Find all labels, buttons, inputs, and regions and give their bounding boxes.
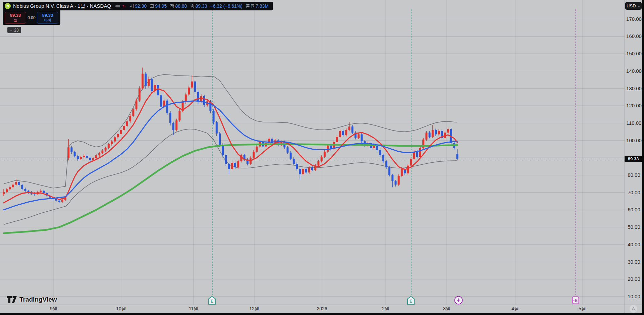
event-marker[interactable]: E	[208, 296, 216, 306]
close-label: 종	[190, 3, 195, 9]
buy-button[interactable]: 89.33 바이	[37, 12, 58, 24]
price-tick-label: 140.00	[625, 68, 643, 74]
price-tick-label: 40.00	[625, 242, 643, 247]
window-right-edge	[642, 0, 644, 315]
event-marker[interactable]	[454, 296, 463, 306]
sell-price: 89.33	[10, 13, 21, 18]
close-value: 89.33	[195, 3, 207, 9]
tradingview-logo-text: TradingView	[19, 296, 57, 303]
symbol-header-bar: N Nebius Group N.V. Class A · 1날 · NASDA…	[3, 2, 273, 10]
lightning-icon	[454, 296, 463, 305]
price-tick-label: 60.00	[625, 207, 643, 212]
price-tick-label: 170.00	[625, 16, 643, 22]
time-tick-label: 2026	[317, 306, 327, 311]
earnings-estimate-icon: E≈	[571, 296, 580, 305]
earnings-icon: E	[407, 296, 415, 305]
time-axis-separator	[0, 305, 642, 305]
window-bottom-edge	[0, 313, 644, 315]
high-value: 94.95	[155, 3, 167, 9]
price-tick-label: 20.00	[625, 276, 643, 282]
tradingview-chart-window: { "header": { "logo_letter": "N", "title…	[0, 0, 644, 315]
buy-price: 89.33	[42, 13, 53, 18]
open-value: 92.30	[135, 3, 147, 9]
low-value: 88.80	[175, 3, 187, 9]
price-tick-label: 150.00	[625, 51, 643, 56]
buy-label: 바이	[44, 18, 51, 22]
event-marker[interactable]: E	[407, 296, 415, 306]
sell-label: 셀	[14, 18, 17, 22]
price-tick-label: 160.00	[625, 33, 643, 39]
price-tick-label: 120.00	[625, 103, 643, 108]
time-tick-label: 4월	[512, 306, 519, 312]
open-label: 시	[129, 3, 134, 9]
spread-value: 0.00	[28, 15, 35, 20]
price-tick-label: 130.00	[625, 86, 643, 91]
earnings-soon-icon: ≈	[122, 3, 125, 9]
sell-button[interactable]: 89.33 셀	[5, 12, 26, 24]
symbol-logo: N	[5, 3, 11, 9]
trade-panel: 89.33 셀 0.00 89.33 바이	[3, 10, 60, 25]
svg-text:E: E	[410, 299, 412, 304]
time-tick-label: 5월	[579, 306, 586, 312]
price-tick-label: 30.00	[625, 259, 643, 265]
chevron-down-icon: ⌄	[638, 4, 640, 8]
price-tick-label: 10.00	[625, 294, 643, 299]
currency-label: USD	[627, 3, 636, 8]
svg-text:E: E	[211, 299, 213, 304]
svg-text:≈: ≈	[573, 299, 575, 302]
earnings-icon: E	[208, 296, 216, 305]
tradingview-logo[interactable]: TradingView	[7, 296, 57, 303]
currency-dropdown[interactable]: USD ⌄	[625, 2, 642, 10]
price-tick-label: 110.00	[625, 120, 643, 126]
object-tree-count: 23	[14, 28, 18, 33]
change-value: −6.32 (−6.61%)	[210, 3, 243, 9]
time-tick-label: 12월	[249, 306, 259, 312]
tradingview-logo-icon	[7, 296, 17, 303]
chevron-down-icon: ⌄	[10, 28, 13, 32]
object-tree-badge[interactable]: ⌄ 23	[7, 27, 21, 33]
price-tick-label: 80.00	[625, 172, 643, 178]
time-tick-label: 10월	[116, 306, 126, 312]
time-tick-label: 2월	[382, 306, 389, 312]
last-price-label: 89.33	[625, 156, 642, 162]
time-tick-label: 3월	[443, 306, 450, 312]
price-tick-label: 70.00	[625, 190, 643, 195]
symbol-title[interactable]: Nebius Group N.V. Class A · 1날 · NASDAQ	[13, 3, 111, 9]
market-closed-icon	[115, 5, 120, 7]
auto-scale-button[interactable]: A	[630, 305, 637, 313]
volume-label: 볼륨	[246, 3, 255, 9]
price-tick-label: 100.00	[625, 138, 643, 143]
event-marker[interactable]: E≈	[571, 296, 580, 306]
high-label: 고	[150, 3, 154, 9]
time-tick-label: 11월	[189, 306, 199, 312]
chart-plot-svg[interactable]	[0, 0, 644, 315]
price-tick-label: 50.00	[625, 224, 643, 230]
low-label: 저	[170, 3, 174, 9]
svg-text:E: E	[575, 298, 578, 303]
volume-value: 7.83M	[256, 3, 269, 9]
time-tick-label: 9월	[50, 306, 57, 312]
